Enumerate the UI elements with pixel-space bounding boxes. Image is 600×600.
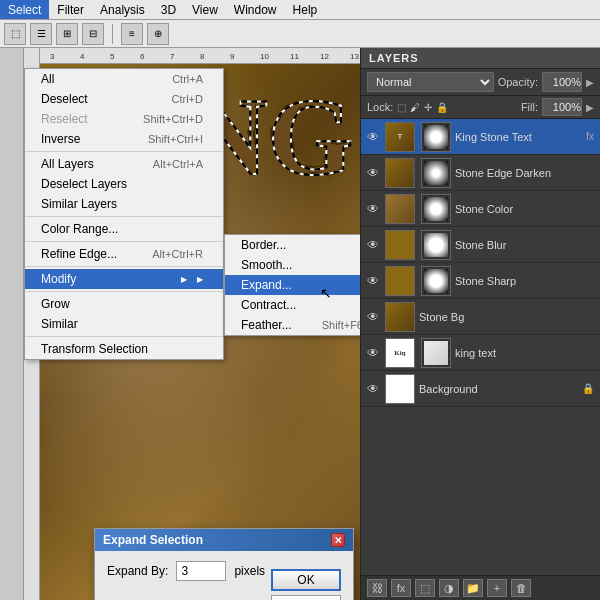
menu-view[interactable]: View xyxy=(184,0,226,19)
blend-mode-select[interactable]: Normal xyxy=(367,72,494,92)
layer-row-stone-bg[interactable]: 👁 Stone Bg xyxy=(361,299,600,335)
layer-visibility-0[interactable]: 👁 xyxy=(365,129,381,145)
pixels-label: pixels xyxy=(234,564,265,578)
opacity-input[interactable] xyxy=(542,72,582,92)
submenu-border[interactable]: Border... xyxy=(225,235,360,255)
layers-bottom-bar: ⛓ fx ⬚ ◑ 📁 + 🗑 xyxy=(361,575,600,600)
menu-item-transform-selection[interactable]: Transform Selection xyxy=(25,339,223,359)
layers-panel: LAYERS Normal Opacity: ▶ Lock: ⬚ 🖌 ✛ 🔒 F… xyxy=(360,48,600,600)
layer-name-7: Background xyxy=(419,383,578,395)
tool-icon-5[interactable]: ≡ xyxy=(121,23,143,45)
expand-by-input[interactable] xyxy=(176,561,226,581)
fill-input[interactable] xyxy=(542,98,582,116)
menu-item-reselect[interactable]: Reselect Shift+Ctrl+D xyxy=(25,109,223,129)
layer-visibility-2[interactable]: 👁 xyxy=(365,201,381,217)
opacity-arrow[interactable]: ▶ xyxy=(586,77,594,88)
menu-item-inverse[interactable]: Inverse Shift+Ctrl+I xyxy=(25,129,223,149)
layers-list: 👁 T King Stone Text fx 👁 Stone Edge Dark… xyxy=(361,119,600,575)
divider-4 xyxy=(25,266,223,267)
divider-1 xyxy=(25,151,223,152)
tool-icon-4[interactable]: ⊟ xyxy=(82,23,104,45)
lock-label: Lock: xyxy=(367,101,393,113)
layer-visibility-7[interactable]: 👁 xyxy=(365,381,381,397)
layer-mask-4 xyxy=(421,266,451,296)
layer-visibility-6[interactable]: 👁 xyxy=(365,345,381,361)
fx-button[interactable]: fx xyxy=(391,579,411,597)
fill-arrow[interactable]: ▶ xyxy=(586,102,594,113)
tool-icon-3[interactable]: ⊞ xyxy=(56,23,78,45)
new-layer-button[interactable]: + xyxy=(487,579,507,597)
layer-visibility-5[interactable]: 👁 xyxy=(365,309,381,325)
dialog-title: Expand Selection xyxy=(103,533,203,547)
fx-icon-0: fx xyxy=(586,131,594,142)
ruler-horizontal: 3 4 5 6 7 8 9 10 11 12 13 14 xyxy=(40,48,360,64)
layer-thumb-2 xyxy=(385,194,415,224)
divider-5 xyxy=(25,291,223,292)
menubar: Select Filter Analysis 3D View Window He… xyxy=(0,0,600,20)
lock-all-icon[interactable]: 🔒 xyxy=(436,102,448,113)
dialog-close-button[interactable]: ✕ xyxy=(331,533,345,547)
layer-row-stone-blur[interactable]: 👁 Stone Blur xyxy=(361,227,600,263)
layer-thumb-6: Kiŋ xyxy=(385,338,415,368)
lock-move-icon[interactable]: ✛ xyxy=(424,102,432,113)
lock-icon-bg: 🔒 xyxy=(582,383,594,394)
menu-3d[interactable]: 3D xyxy=(153,0,184,19)
menu-help[interactable]: Help xyxy=(285,0,326,19)
layer-mask-3 xyxy=(421,230,451,260)
menu-item-similar[interactable]: Similar xyxy=(25,314,223,334)
layer-thumb-3 xyxy=(385,230,415,260)
lock-transparent-icon[interactable]: ⬚ xyxy=(397,102,406,113)
tool-icon-6[interactable]: ⊕ xyxy=(147,23,169,45)
main-area: 345678910 3 4 5 6 7 8 9 10 11 12 13 14 xyxy=(0,48,600,600)
menu-item-all[interactable]: All Ctrl+A xyxy=(25,69,223,89)
ok-button[interactable]: OK xyxy=(271,569,341,591)
layer-visibility-3[interactable]: 👁 xyxy=(365,237,381,253)
menu-select[interactable]: Select xyxy=(0,0,49,19)
modify-submenu: Border... Smooth... Expand... Contract..… xyxy=(224,234,360,336)
delete-layer-button[interactable]: 🗑 xyxy=(511,579,531,597)
layers-lock-bar: Lock: ⬚ 🖌 ✛ 🔒 Fill: ▶ xyxy=(361,96,600,119)
layer-row-background[interactable]: 👁 Background 🔒 xyxy=(361,371,600,407)
menu-analysis[interactable]: Analysis xyxy=(92,0,153,19)
submenu-contract[interactable]: Contract... xyxy=(225,295,360,315)
tool-icon-2[interactable]: ☰ xyxy=(30,23,52,45)
layer-thumb-0: T xyxy=(385,122,415,152)
adjustment-button[interactable]: ◑ xyxy=(439,579,459,597)
layer-row-stone-color[interactable]: 👁 Stone Color xyxy=(361,191,600,227)
lock-brush-icon[interactable]: 🖌 xyxy=(410,102,420,113)
layer-row-king-stone-text[interactable]: 👁 T King Stone Text fx xyxy=(361,119,600,155)
menu-window[interactable]: Window xyxy=(226,0,285,19)
layer-row-king-text[interactable]: 👁 Kiŋ king text xyxy=(361,335,600,371)
layer-name-2: Stone Color xyxy=(455,203,596,215)
menu-item-grow[interactable]: Grow xyxy=(25,294,223,314)
layer-thumb-1 xyxy=(385,158,415,188)
expand-by-label: Expand By: xyxy=(107,564,168,578)
layer-row-stone-edge-darken[interactable]: 👁 Stone Edge Darken xyxy=(361,155,600,191)
menu-item-deselect[interactable]: Deselect Ctrl+D xyxy=(25,89,223,109)
layer-mask-0 xyxy=(421,122,451,152)
menu-item-similar-layers[interactable]: Similar Layers xyxy=(25,194,223,214)
submenu-smooth[interactable]: Smooth... xyxy=(225,255,360,275)
canvas-area: 345678910 3 4 5 6 7 8 9 10 11 12 13 14 xyxy=(24,48,360,600)
menu-item-all-layers[interactable]: All Layers Alt+Ctrl+A xyxy=(25,154,223,174)
menu-filter[interactable]: Filter xyxy=(49,0,92,19)
toolbar: ⬚ ☰ ⊞ ⊟ ≡ ⊕ xyxy=(0,20,600,48)
menu-item-refine-edge[interactable]: Refine Edge... Alt+Ctrl+R xyxy=(25,244,223,264)
group-button[interactable]: 📁 xyxy=(463,579,483,597)
menu-item-modify[interactable]: Modify ▶ xyxy=(25,269,223,289)
layer-visibility-1[interactable]: 👁 xyxy=(365,165,381,181)
mask-button[interactable]: ⬚ xyxy=(415,579,435,597)
menu-item-deselect-layers[interactable]: Deselect Layers xyxy=(25,174,223,194)
layer-name-5: Stone Bg xyxy=(419,311,596,323)
layer-visibility-4[interactable]: 👁 xyxy=(365,273,381,289)
layer-thumb-7 xyxy=(385,374,415,404)
layer-name-0: King Stone Text xyxy=(455,131,582,143)
submenu-feather[interactable]: Feather... Shift+F6 xyxy=(225,315,360,335)
submenu-expand[interactable]: Expand... xyxy=(225,275,360,295)
cancel-button[interactable]: Cancel xyxy=(271,595,341,600)
layer-mask-1 xyxy=(421,158,451,188)
layer-row-stone-sharp[interactable]: 👁 Stone Sharp xyxy=(361,263,600,299)
link-button[interactable]: ⛓ xyxy=(367,579,387,597)
tool-icon-1[interactable]: ⬚ xyxy=(4,23,26,45)
menu-item-color-range[interactable]: Color Range... xyxy=(25,219,223,239)
